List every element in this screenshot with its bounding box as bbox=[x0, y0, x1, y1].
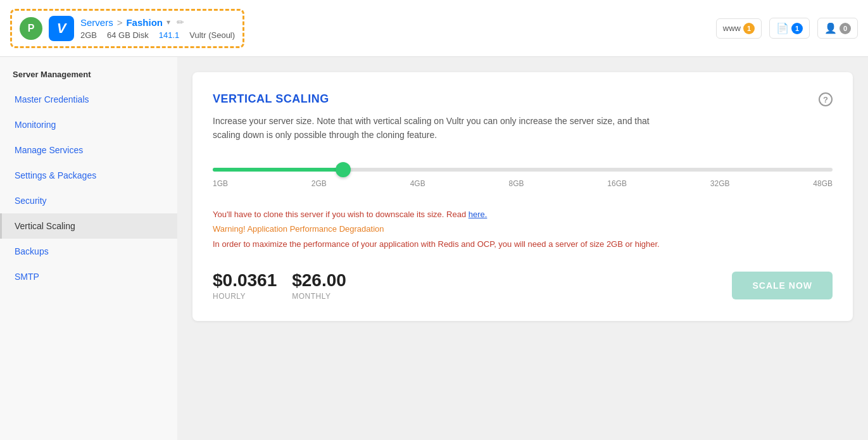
slider-label-48gb: 48GB bbox=[813, 179, 833, 188]
help-icon[interactable]: ? bbox=[819, 92, 833, 106]
scaling-slider[interactable]: 1GB 2GB 4GB 8GB 16GB 32GB 48GB bbox=[213, 168, 833, 188]
app-logo: P bbox=[20, 17, 42, 40]
hourly-amount: $0.0361 bbox=[213, 270, 277, 291]
server-ram: 2GB bbox=[80, 30, 97, 40]
breadcrumb: Servers > Fashion ▾ ✏ bbox=[80, 17, 235, 28]
server-ip: 141.1 bbox=[159, 30, 180, 40]
sidebar-item-security[interactable]: Security bbox=[0, 188, 177, 213]
logo-area: P V Servers > Fashion ▾ ✏ 2GB 64 GB Disk… bbox=[10, 9, 244, 48]
slider-label-16gb: 16GB bbox=[607, 179, 627, 188]
header: P V Servers > Fashion ▾ ✏ 2GB 64 GB Disk… bbox=[0, 0, 868, 57]
chevron-down-icon[interactable]: ▾ bbox=[167, 18, 170, 27]
sidebar-item-vertical-scaling[interactable]: Vertical Scaling bbox=[0, 213, 177, 239]
sidebar: Server Management Master Credentials Mon… bbox=[0, 57, 177, 440]
card-header: VERTICAL SCALING ? bbox=[213, 92, 833, 106]
slider-fill bbox=[213, 168, 343, 172]
docs-badge[interactable]: 📄 1 bbox=[769, 18, 810, 39]
sidebar-item-monitoring[interactable]: Monitoring bbox=[0, 112, 177, 137]
vertical-scaling-card: VERTICAL SCALING ? Increase your server … bbox=[192, 72, 853, 321]
warning-downscale-text: You'll have to clone this server if you … bbox=[213, 210, 469, 219]
monthly-price-block: $26.00 MONTHLY bbox=[292, 270, 346, 301]
breadcrumb-arrow: > bbox=[117, 17, 123, 28]
monthly-label: MONTHLY bbox=[292, 292, 346, 301]
slider-label-8gb: 8GB bbox=[508, 179, 524, 188]
server-meta: 2GB 64 GB Disk 141.1 Vultr (Seoul) bbox=[80, 30, 235, 40]
www-badge[interactable]: www 1 bbox=[716, 18, 762, 39]
slider-label-32gb: 32GB bbox=[710, 179, 730, 188]
slider-thumb[interactable] bbox=[336, 162, 351, 177]
sidebar-item-backups[interactable]: Backups bbox=[0, 239, 177, 264]
server-location: Vultr (Seoul) bbox=[189, 30, 235, 40]
sidebar-item-settings-packages[interactable]: Settings & Packages bbox=[0, 163, 177, 188]
server-info: Servers > Fashion ▾ ✏ 2GB 64 GB Disk 141… bbox=[80, 17, 235, 40]
docs-icon: 📄 bbox=[776, 22, 789, 34]
www-count: 1 bbox=[743, 23, 755, 34]
sidebar-item-manage-services[interactable]: Manage Services bbox=[0, 137, 177, 163]
vultr-letter: V bbox=[57, 20, 66, 37]
hourly-price-block: $0.0361 HOURLY bbox=[213, 270, 277, 301]
www-label: www bbox=[723, 23, 741, 33]
server-disk: 64 GB Disk bbox=[107, 30, 149, 40]
pricing-row: $0.0361 HOURLY $26.00 MONTHLY SCALE NOW bbox=[213, 270, 833, 301]
slider-label-1gb: 1GB bbox=[213, 179, 228, 188]
docs-count: 1 bbox=[791, 23, 803, 34]
slider-labels: 1GB 2GB 4GB 8GB 16GB 32GB 48GB bbox=[213, 179, 833, 188]
slider-label-4gb: 4GB bbox=[410, 179, 425, 188]
hourly-label: HOURLY bbox=[213, 292, 277, 301]
edit-icon[interactable]: ✏ bbox=[177, 17, 184, 27]
card-description: Increase your server size. Note that wit… bbox=[213, 114, 669, 142]
breadcrumb-servers[interactable]: Servers bbox=[80, 17, 113, 28]
warning-performance: Warning! Application Performance Degrada… bbox=[213, 222, 833, 236]
monthly-amount: $26.00 bbox=[292, 270, 346, 291]
slider-label-2gb: 2GB bbox=[311, 179, 327, 188]
sidebar-item-master-credentials[interactable]: Master Credentials bbox=[0, 87, 177, 112]
scale-now-button[interactable]: SCALE NOW bbox=[732, 272, 833, 299]
sidebar-section-title: Server Management bbox=[0, 70, 177, 87]
users-badge[interactable]: 👤 0 bbox=[817, 18, 858, 39]
warning-downscale-link[interactable]: here. bbox=[469, 210, 487, 219]
main-content: VERTICAL SCALING ? Increase your server … bbox=[177, 57, 868, 440]
card-title: VERTICAL SCALING bbox=[213, 92, 329, 106]
warnings: You'll have to clone this server if you … bbox=[213, 207, 833, 251]
slider-track bbox=[213, 168, 833, 172]
sidebar-item-smtp[interactable]: SMTP bbox=[0, 264, 177, 289]
header-right: www 1 📄 1 👤 0 bbox=[716, 18, 858, 39]
warning-downscale: You'll have to clone this server if you … bbox=[213, 207, 833, 222]
breadcrumb-current[interactable]: Fashion bbox=[126, 17, 163, 28]
users-icon: 👤 bbox=[824, 22, 837, 34]
warning-redis: In order to maximize the performance of … bbox=[213, 237, 833, 251]
users-count: 0 bbox=[840, 23, 851, 34]
layout: Server Management Master Credentials Mon… bbox=[0, 57, 868, 440]
vultr-logo: V bbox=[49, 16, 74, 41]
